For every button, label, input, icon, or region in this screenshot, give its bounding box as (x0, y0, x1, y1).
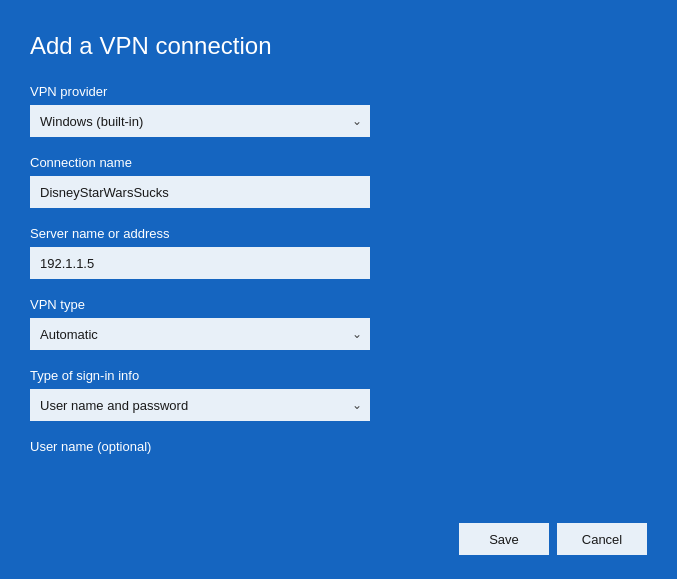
save-button[interactable]: Save (459, 523, 549, 555)
vpn-type-select[interactable]: Automatic (30, 318, 370, 350)
vpn-provider-label: VPN provider (30, 84, 647, 99)
sign-in-type-select[interactable]: User name and password (30, 389, 370, 421)
connection-name-input[interactable] (30, 176, 370, 208)
sign-in-type-label: Type of sign-in info (30, 368, 647, 383)
connection-name-group: Connection name (30, 155, 647, 208)
server-name-input[interactable] (30, 247, 370, 279)
vpn-type-select-wrapper: Automatic ⌄ (30, 318, 370, 350)
server-name-label: Server name or address (30, 226, 647, 241)
vpn-provider-group: VPN provider Windows (built-in) ⌄ (30, 84, 647, 137)
username-label: User name (optional) (30, 439, 647, 454)
vpn-provider-select[interactable]: Windows (built-in) (30, 105, 370, 137)
footer-buttons: Save Cancel (459, 523, 647, 555)
username-group: User name (optional) (30, 439, 647, 460)
vpn-provider-select-wrapper: Windows (built-in) ⌄ (30, 105, 370, 137)
server-name-group: Server name or address (30, 226, 647, 279)
cancel-button[interactable]: Cancel (557, 523, 647, 555)
dialog-title: Add a VPN connection (30, 32, 647, 60)
sign-in-type-group: Type of sign-in info User name and passw… (30, 368, 647, 421)
vpn-type-group: VPN type Automatic ⌄ (30, 297, 647, 350)
vpn-type-label: VPN type (30, 297, 647, 312)
vpn-dialog: Add a VPN connection VPN provider Window… (0, 0, 677, 579)
connection-name-label: Connection name (30, 155, 647, 170)
sign-in-type-select-wrapper: User name and password ⌄ (30, 389, 370, 421)
